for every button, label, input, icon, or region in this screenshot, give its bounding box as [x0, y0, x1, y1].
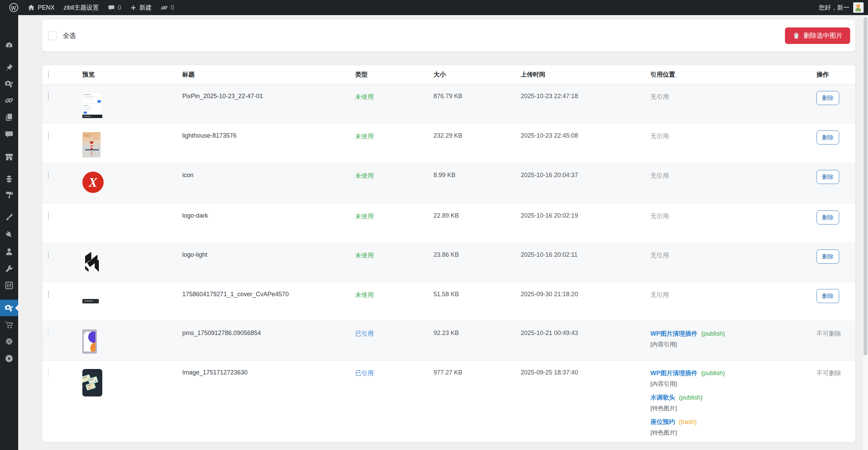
sidebar-item-pages[interactable]: [0, 109, 18, 125]
theme-settings-label: zibll主题设置: [63, 3, 99, 12]
sidebar-item-links[interactable]: [0, 92, 18, 108]
col-header-uploaded: 上传时间: [512, 65, 642, 84]
site-menu[interactable]: PENX: [23, 0, 59, 15]
media-icon: [4, 79, 14, 89]
table-row: Image_1751712723630 已引用 977.27 KB 2025-0…: [42, 360, 855, 442]
col-header-title: 标题: [174, 65, 347, 84]
sidebar-item-posts[interactable]: [0, 59, 18, 76]
file-size: 23.86 KB: [433, 251, 459, 258]
reference-status: 无引用: [650, 133, 669, 140]
reference-post-link[interactable]: 座位预约: [650, 418, 675, 425]
sidebar-item-paint-roller[interactable]: [0, 187, 18, 203]
media-title: logo-dark: [182, 212, 208, 219]
media-title: 1758604179271_1_cover_CvAPe4570: [182, 291, 289, 298]
account-menu[interactable]: 您好，新一: [819, 2, 868, 13]
sidebar-item-tools[interactable]: [0, 261, 18, 277]
header-select-all-checkbox[interactable]: [48, 71, 49, 78]
red-x-logo-thumb: X: [82, 172, 104, 193]
sidebar-item-store[interactable]: [0, 149, 18, 165]
pages-icon: [4, 113, 14, 122]
reference-post-status: (publish): [701, 330, 725, 337]
gear-icon: [4, 337, 14, 346]
blank-thumb: [82, 212, 104, 233]
delete-button[interactable]: 删除: [817, 289, 839, 303]
sidebar-item-plugins[interactable]: [0, 226, 18, 243]
wordpress-logo-menu[interactable]: [0, 0, 23, 15]
reference-item: 座位预约 (trash) [特色图片]: [650, 418, 805, 437]
comments-menu[interactable]: 0: [103, 0, 126, 15]
sidebar-item-video[interactable]: [0, 350, 18, 367]
reference-status: 无引用: [650, 252, 669, 259]
sidebar-item-dashboard[interactable]: [0, 37, 18, 53]
table-row: logo-light 未使用 23.86 KB 2025-10-16 20:02…: [42, 243, 855, 282]
links-count: 0: [171, 4, 174, 11]
select-all-checkbox[interactable]: [48, 31, 57, 40]
file-size: 92.23 KB: [433, 330, 459, 336]
reference-post-link[interactable]: WP图片清理插件: [650, 370, 697, 377]
page-scrollbar: [863, 15, 868, 450]
sidebar-item-appearance[interactable]: [0, 209, 18, 226]
scrollbar-thumb[interactable]: [864, 17, 867, 355]
row-checkbox[interactable]: [48, 251, 49, 258]
upload-time: 2025-09-25 18:37:40: [521, 369, 578, 376]
sidebar-item-users[interactable]: [0, 243, 18, 260]
type-badge: 未使用: [355, 93, 374, 100]
media-title: Image_1751712723630: [182, 369, 247, 376]
delete-button[interactable]: 删除: [817, 130, 839, 145]
media-title: lighthouse-8173576: [182, 132, 236, 139]
row-checkbox[interactable]: [48, 92, 49, 100]
reference-post-link[interactable]: 水调歌头: [650, 394, 675, 401]
file-size: 8.99 KB: [433, 172, 455, 178]
links-menu[interactable]: 0: [156, 0, 178, 15]
col-header-size: 大小: [425, 65, 512, 84]
store-icon: [4, 152, 14, 162]
delete-button[interactable]: 删除: [817, 250, 839, 264]
tablet-photo-thumb: [82, 330, 97, 354]
reference-post-status: (trash): [679, 418, 697, 425]
layers-icon: [4, 174, 14, 184]
col-header-type: 类型: [347, 65, 425, 84]
play-icon: [4, 354, 14, 363]
delete-button[interactable]: 删除: [817, 170, 839, 184]
pushpin-icon: [4, 63, 14, 72]
file-size: 51.58 KB: [433, 291, 459, 298]
sidebar-item-modules[interactable]: [0, 171, 18, 187]
paint-roller-icon: [4, 191, 14, 200]
media-title: logo-light: [182, 251, 207, 258]
row-checkbox[interactable]: [48, 212, 49, 219]
media-table-card: 预览 标题 类型 大小 上传时间 引用位置 操作: [42, 65, 855, 442]
upload-time: 2025-10-16 20:02:11: [521, 251, 578, 258]
plus-icon: [130, 4, 137, 11]
upload-time: 2025-09-30 21:18:20: [521, 291, 578, 298]
delete-selected-button[interactable]: 删除选中图片: [785, 27, 850, 44]
sidebar-item-options[interactable]: [0, 277, 18, 293]
table-row: logo-dark 未使用 22.89 KB 2025-10-16 20:02:…: [42, 204, 855, 243]
sidebar-item-media[interactable]: [0, 76, 18, 92]
reference-type-note: [内容引用]: [650, 380, 805, 388]
theme-settings-menu[interactable]: zibll主题设置: [59, 0, 103, 15]
row-checkbox[interactable]: [48, 171, 49, 179]
upload-time: 2025-10-21 00:49:43: [521, 330, 578, 336]
dashboard-icon: [4, 41, 14, 50]
new-content-menu[interactable]: 新建: [126, 0, 156, 15]
lighthouse-photo-thumb: [82, 132, 101, 158]
wordpress-logo-icon: [9, 3, 19, 12]
file-size: 232.29 KB: [433, 132, 462, 139]
site-name: PENX: [38, 4, 55, 11]
reference-item: WP图片清理插件 (publish) [内容引用]: [650, 330, 805, 348]
reference-status: 无引用: [650, 291, 669, 298]
sidebar-item-image-cleanup-active[interactable]: [0, 300, 18, 316]
sidebar-item-comments[interactable]: [0, 126, 18, 142]
sidebar-item-shop[interactable]: [0, 316, 18, 333]
table-row: 1758604179271_1_cover_CvAPe4570 未使用 51.5…: [42, 282, 855, 321]
upload-time: 2025-10-23 22:45:08: [521, 132, 578, 139]
comment-icon: [4, 130, 14, 139]
upload-time: 2025-10-16 20:04:37: [521, 172, 578, 178]
reference-post-link[interactable]: WP图片清理插件: [650, 330, 697, 337]
delete-button[interactable]: 删除: [817, 210, 839, 224]
delete-button[interactable]: 删除: [817, 91, 839, 105]
row-checkbox[interactable]: [48, 132, 49, 139]
sidebar-item-settings[interactable]: [0, 333, 18, 349]
type-badge: 已引用: [355, 330, 374, 337]
row-checkbox[interactable]: [48, 290, 49, 298]
